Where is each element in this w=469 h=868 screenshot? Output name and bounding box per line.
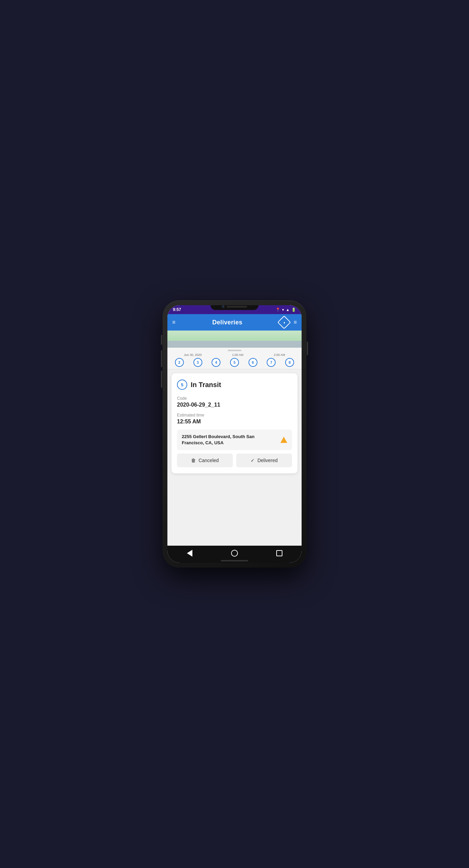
home-circle-icon: [231, 550, 238, 557]
stop-number-badge: 5: [177, 380, 187, 390]
delivered-button[interactable]: ✓ Delivered: [236, 454, 292, 467]
action-buttons: 🗑 Canceled ✓ Delivered: [177, 454, 292, 467]
speaker: [227, 306, 247, 308]
status-icons: 📍 ▾ ▲ 🔋: [276, 308, 296, 312]
phone-notch: [211, 305, 258, 310]
trash-icon: 🗑: [191, 458, 196, 463]
app-title: Deliveries: [212, 319, 242, 326]
drag-handle: [228, 350, 241, 351]
card-header: 5 In Transit: [177, 380, 292, 390]
timeline-stop-7[interactable]: 7: [267, 358, 276, 367]
recents-square-icon: [276, 550, 282, 556]
delivery-status-title: In Transit: [191, 381, 221, 389]
content-area: 5 In Transit Code 2020-06-29_2_11 Estima…: [167, 369, 302, 546]
timeline-time-1: 1:00 AM: [232, 353, 243, 357]
timeline-stop-2[interactable]: 2: [175, 358, 184, 367]
back-button[interactable]: [186, 549, 194, 557]
volume-down-button: [161, 350, 162, 367]
wifi-icon: ▾: [282, 308, 284, 312]
check-icon: ✓: [251, 458, 255, 463]
map-preview: [167, 331, 302, 348]
nav-diamond-icon: ⬧: [283, 320, 285, 325]
timeline-stop-8[interactable]: 8: [285, 358, 294, 367]
hamburger-menu-icon[interactable]: ≡: [172, 319, 175, 325]
timeline: Jun 30, 2020 1:00 AM 2:00 AM 2 3 4 5 6 7…: [167, 348, 302, 369]
status-time: 9:57: [173, 307, 181, 312]
camera: [222, 305, 225, 308]
list-menu-icon[interactable]: ≡: [294, 319, 297, 325]
timeline-stops: 2 3 4 5 6 7 8: [167, 358, 302, 367]
app-bar-actions: ⬧ ≡: [279, 318, 297, 327]
timeline-date: Jun 30, 2020: [184, 353, 202, 357]
timeline-stop-5[interactable]: 5: [230, 358, 239, 367]
timeline-labels: Jun 30, 2020 1:00 AM 2:00 AM: [167, 353, 302, 357]
navigate-arrow-icon: [280, 437, 287, 443]
code-value: 2020-06-29_2_11: [177, 402, 292, 408]
location-icon: 📍: [276, 308, 280, 312]
timeline-time-2: 2:00 AM: [274, 353, 285, 357]
navigation-icon[interactable]: ⬧: [277, 315, 291, 329]
timeline-stop-3[interactable]: 3: [193, 358, 202, 367]
timeline-stop-4[interactable]: 4: [212, 358, 220, 367]
recents-button[interactable]: [275, 549, 283, 557]
cancel-button-label: Canceled: [199, 458, 219, 463]
app-bar: ≡ Deliveries ⬧ ≡: [167, 314, 302, 331]
cancel-button[interactable]: 🗑 Canceled: [177, 454, 233, 467]
silent-button: [161, 371, 162, 388]
timeline-stop-6[interactable]: 6: [249, 358, 257, 367]
time-value: 12:55 AM: [177, 419, 292, 425]
code-label: Code: [177, 396, 292, 401]
battery-icon: 🔋: [291, 308, 296, 312]
phone-chin: [221, 560, 248, 561]
power-button: [307, 342, 308, 355]
delivered-button-label: Delivered: [257, 458, 278, 463]
time-label: Estimated time: [177, 413, 292, 418]
address-row[interactable]: 2255 Gellert Boulevard, South San Franci…: [177, 430, 292, 450]
volume-up-button: [161, 335, 162, 345]
map-road: [167, 341, 302, 348]
back-triangle-icon: [187, 550, 192, 557]
address-text: 2255 Gellert Boulevard, South San Franci…: [182, 434, 276, 446]
home-button[interactable]: [230, 549, 239, 557]
delivery-card: 5 In Transit Code 2020-06-29_2_11 Estima…: [172, 373, 297, 473]
signal-icon: ▲: [286, 308, 290, 312]
